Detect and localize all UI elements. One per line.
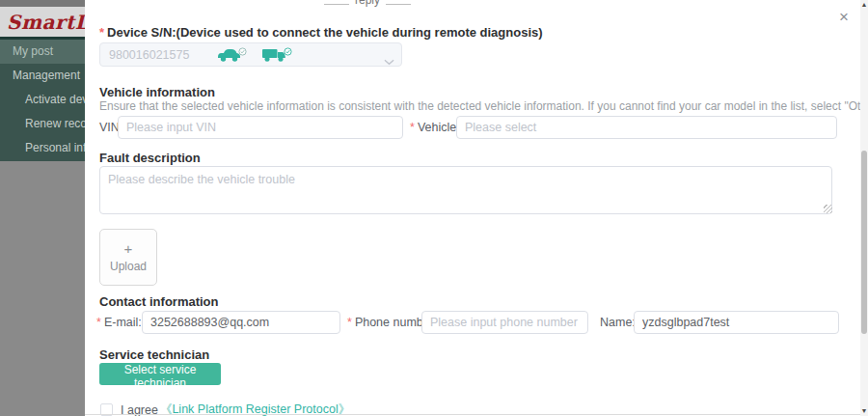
device-sn-select[interactable]: 980016021575 bbox=[99, 42, 402, 67]
sidebar-item-my-post[interactable]: My post bbox=[0, 40, 85, 64]
car-icon bbox=[216, 46, 242, 63]
device-sn-value: 980016021575 bbox=[100, 48, 189, 62]
name-input[interactable] bbox=[634, 311, 839, 334]
truck-icon bbox=[261, 46, 287, 63]
required-asterisk: * bbox=[99, 25, 104, 40]
service-technician-heading: Service technician bbox=[99, 347, 209, 362]
name-label: Name: bbox=[600, 316, 636, 329]
vehicle-select-input[interactable] bbox=[456, 116, 837, 139]
contact-info-heading: Contact information bbox=[99, 294, 219, 309]
sidebar-item-renew-records[interactable]: Renew records bbox=[0, 112, 85, 136]
vehicle-label-text: Vehicle: bbox=[418, 121, 460, 134]
select-service-technician-button[interactable]: Select service technician bbox=[99, 363, 221, 385]
plus-icon: + bbox=[124, 241, 133, 256]
phone-number-input[interactable] bbox=[421, 311, 588, 334]
clipped-reply-divider: reply bbox=[324, 0, 411, 7]
car-status-badge-icon bbox=[238, 42, 247, 60]
divider-line-right bbox=[386, 4, 411, 5]
vehicle-info-heading: Vehicle information bbox=[99, 85, 215, 99]
required-asterisk: * bbox=[410, 121, 415, 134]
truck-status-badge-icon bbox=[284, 42, 292, 60]
email-label-text: E-mail: bbox=[104, 316, 142, 329]
sidebar: My post Management Activate device Renew… bbox=[0, 40, 85, 161]
vertical-scrollbar[interactable]: ▲ ▼ bbox=[860, 0, 868, 416]
email-label: *E-mail: bbox=[96, 316, 142, 329]
device-sn-label: *Device S/N:(Device used to connect the … bbox=[99, 25, 543, 40]
upload-label: Upload bbox=[110, 260, 147, 273]
required-asterisk: * bbox=[96, 316, 101, 329]
clipped-reply-text: reply bbox=[355, 0, 380, 7]
vin-input[interactable] bbox=[118, 116, 403, 139]
sidebar-item-activate-device[interactable]: Activate device bbox=[0, 88, 85, 112]
sidebar-item-personal-information[interactable]: Personal information bbox=[0, 136, 85, 160]
scroll-down-icon[interactable]: ▼ bbox=[860, 406, 868, 416]
chevron-down-icon bbox=[384, 52, 394, 69]
email-input[interactable] bbox=[142, 311, 340, 334]
required-asterisk: * bbox=[347, 316, 352, 329]
app-logo-text: SmartLink bbox=[7, 11, 85, 34]
vehicle-info-note: Ensure that the selected vehicle informa… bbox=[99, 99, 868, 113]
remote-diagnosis-form-modal: reply × *Device S/N:(Device used to conn… bbox=[85, 0, 860, 416]
close-icon[interactable]: × bbox=[839, 10, 849, 25]
dimmed-page-top bbox=[0, 0, 85, 7]
vehicle-label: *Vehicle: bbox=[410, 121, 460, 134]
scrollbar-thumb[interactable] bbox=[861, 151, 867, 334]
screen: SmartLink My post Management Activate de… bbox=[0, 0, 868, 416]
app-logo: SmartLink bbox=[0, 7, 85, 37]
device-sn-label-text: Device S/N:(Device used to connect the v… bbox=[107, 25, 543, 40]
fault-description-heading: Fault description bbox=[99, 151, 201, 165]
scroll-up-icon[interactable]: ▲ bbox=[860, 0, 868, 10]
bottom-divider bbox=[85, 414, 860, 415]
sidebar-item-management[interactable]: Management bbox=[0, 64, 85, 88]
fault-description-textarea[interactable] bbox=[99, 166, 832, 214]
upload-button[interactable]: + Upload bbox=[99, 229, 157, 286]
divider-line-left bbox=[324, 4, 349, 5]
